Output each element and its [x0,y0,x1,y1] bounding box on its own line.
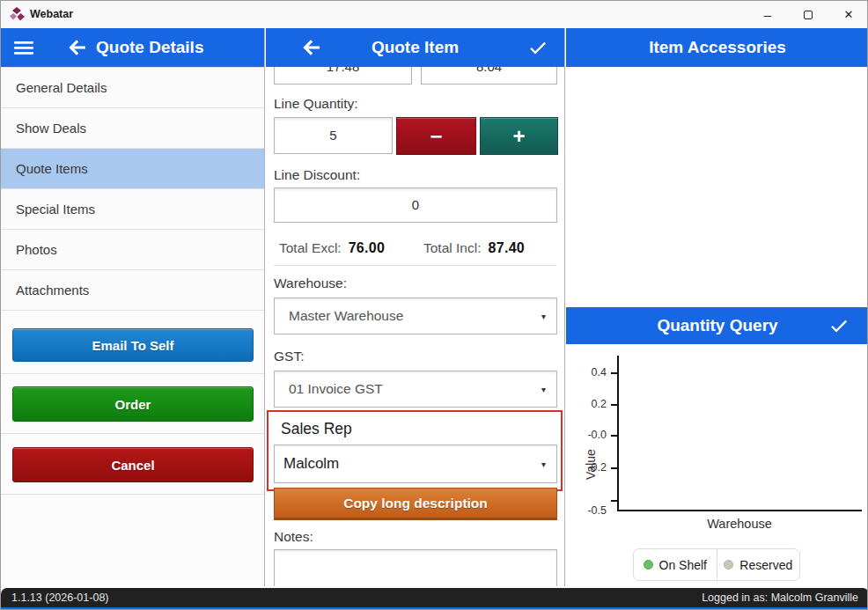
legend-reserved[interactable]: Reserved [717,549,800,580]
warehouse-select[interactable]: Master Warehouse ▾ [274,298,557,334]
nav-item-general-details[interactable]: General Details [1,68,264,108]
quantity-query-header: Quantity Query [566,307,868,344]
line-quantity-label: Line Quantity: [274,96,358,112]
panel-title: Quote Item [371,38,459,57]
logged-in-text: Logged in as: Malcolm Granville [702,592,858,604]
sales-rep-select[interactable]: Malcolm ▾ [274,445,557,483]
confirm-check-icon[interactable] [527,37,548,58]
line-quantity-input[interactable]: 5 [274,117,393,154]
nav-item-attachments[interactable]: Attachments [1,270,264,311]
legend-label: Reserved [739,558,792,572]
quantity-chart-plot-area [617,356,862,511]
quote-item-header: Quote Item [266,28,564,67]
line-discount-input[interactable]: 0 [274,187,557,223]
y-tick [611,404,618,406]
plus-icon: + [512,124,525,149]
total-incl-value: 87.40 [488,240,525,255]
menu-icon[interactable] [13,37,34,58]
divider [274,265,556,266]
y-tick-label: -0.0 [571,429,607,441]
divider [1,494,264,495]
panel-title: Quote Details [96,38,203,57]
app-window: Webatar – ✕ Quote Details General Detail… [0,0,868,610]
window-title: Webatar [30,1,73,28]
y-tick-label: -0.5 [571,504,607,517]
total-excl-label: Total Excl: [279,240,342,255]
totals-row: Total Excl:76.00 Total Incl:87.40 [274,240,556,261]
warehouse-label: Warehouse: [274,276,347,291]
maximize-button[interactable] [788,1,828,28]
email-to-self-button[interactable]: Email To Self [12,328,254,362]
close-icon: ✕ [844,8,854,21]
back-arrow-icon[interactable] [301,37,322,58]
divider [1,373,264,374]
nav-item-special-items[interactable]: Special Items [1,189,264,230]
chevron-down-icon: ▾ [541,312,546,321]
total-excl: Total Excl:76.00 [279,240,385,256]
y-tick [611,435,618,437]
copy-long-description-button[interactable]: Copy long description [274,488,557,520]
nav-item-show-deals[interactable]: Show Deals [1,108,264,149]
window-bottom-accent [1,607,868,609]
total-incl: Total Incl:87.40 [423,240,525,256]
quote-details-header: Quote Details [1,28,264,67]
on-shelf-dot-icon [644,560,653,570]
y-tick-label: 0.4 [571,366,607,378]
order-button[interactable]: Order [12,386,254,422]
reserved-dot-icon [724,560,733,570]
app-logo-icon [10,7,25,22]
chart-legend: On Shelf Reserved [633,548,800,581]
item-accessories-header: Item Accessories [566,28,868,67]
line-discount-label: Line Discount: [274,167,360,183]
nav-item-photos[interactable]: Photos [1,230,264,270]
sales-rep-label: Sales Rep [281,420,352,438]
gst-label: GST: [274,349,304,364]
gst-select[interactable]: 01 Invoice GST ▾ [274,371,557,408]
legend-label: On Shelf [659,558,707,572]
warehouse-value: Master Warehouse [289,308,403,324]
y-tick-label: 0.2 [571,398,607,410]
total-incl-label: Total Incl: [423,240,481,255]
y-axis-label: Value [584,449,598,480]
quantity-increase-button[interactable]: + [480,117,558,155]
panel-title: Quantity Query [657,316,777,335]
minus-icon: − [430,124,442,149]
quote-nav: General Details Show Deals Quote Items S… [1,67,264,311]
x-axis-label: Warehouse [617,517,862,531]
sales-rep-highlight-box: Sales Rep Malcolm ▾ [267,410,563,491]
y-tick [611,372,618,374]
maximize-icon [804,11,813,19]
notes-label: Notes: [274,529,313,545]
y-tick [611,467,618,469]
quote-item-panel: 17.48 8.04 Quote Item Line Quantity: 5 −… [266,28,565,586]
status-bar: 1.1.13 (2026-01-08) Logged in as: Malcol… [1,588,868,607]
close-button[interactable]: ✕ [828,1,868,28]
total-excl-value: 76.00 [349,240,386,255]
version-text: 1.1.13 (2026-01-08) [11,592,109,604]
y-tick [611,500,618,502]
panel-title: Item Accessories [649,38,786,57]
gst-value: 01 Invoice GST [289,381,383,397]
right-panel: Item Accessories Quantity Query 0.4 0.2 … [566,28,868,586]
cancel-button[interactable]: Cancel [12,447,254,482]
notes-textarea[interactable] [274,549,557,586]
legend-on-shelf[interactable]: On Shelf [634,549,717,580]
minimize-icon: – [764,7,771,22]
confirm-check-icon[interactable] [828,315,850,336]
sales-rep-value: Malcolm [283,455,339,473]
minimize-button[interactable]: – [747,1,788,28]
divider [1,433,264,434]
chevron-down-icon: ▾ [541,459,546,469]
back-arrow-icon[interactable] [67,37,88,58]
chevron-down-icon: ▾ [541,385,546,394]
nav-item-quote-items[interactable]: Quote Items [1,149,264,189]
title-bar: Webatar – ✕ [1,1,868,28]
quantity-decrease-button[interactable]: − [396,117,476,155]
quote-details-panel: Quote Details General Details Show Deals… [1,28,265,586]
